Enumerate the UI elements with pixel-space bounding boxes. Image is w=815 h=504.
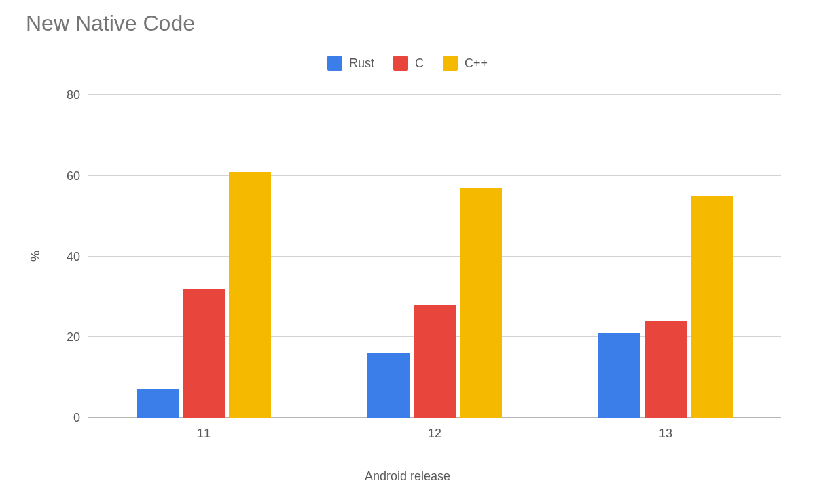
gridline <box>88 256 781 257</box>
x-axis-label: Android release <box>0 469 815 484</box>
x-tick-label: 12 <box>428 427 441 441</box>
legend-swatch-cpp <box>443 56 458 71</box>
bar-cpp <box>229 172 271 418</box>
gridline <box>88 175 781 176</box>
x-tick-label: 13 <box>659 427 672 441</box>
x-tick-label: 11 <box>197 427 211 441</box>
bar-cpp <box>460 188 502 418</box>
bar-rust <box>367 353 410 418</box>
legend-item-rust: Rust <box>327 56 374 71</box>
bar-cpp <box>691 196 733 418</box>
y-tick-label: 40 <box>39 249 80 264</box>
legend: Rust C C++ <box>0 56 815 71</box>
bar-c <box>414 305 456 418</box>
legend-label-c: C <box>415 56 424 71</box>
gridline <box>88 94 781 95</box>
y-tick-label: 0 <box>39 411 80 425</box>
y-tick-label: 60 <box>39 168 80 183</box>
bar-rust <box>598 333 640 418</box>
bar-rust <box>137 389 179 418</box>
legend-swatch-rust <box>327 56 342 71</box>
y-tick-label: 20 <box>39 330 80 344</box>
legend-label-rust: Rust <box>349 56 374 71</box>
legend-label-cpp: C++ <box>465 56 488 71</box>
legend-item-c: C <box>393 56 424 71</box>
legend-item-cpp: C++ <box>443 56 488 71</box>
chart-title: New Native Code <box>26 11 195 36</box>
legend-swatch-c <box>393 56 408 71</box>
y-tick-label: 80 <box>39 88 80 103</box>
chart-container: New Native Code Rust C C++ % 0 20 40 60 … <box>0 0 815 504</box>
bar-c <box>183 289 225 418</box>
plot-area: 0 20 40 60 80 11 12 13 <box>88 95 781 418</box>
bar-c <box>645 321 687 418</box>
